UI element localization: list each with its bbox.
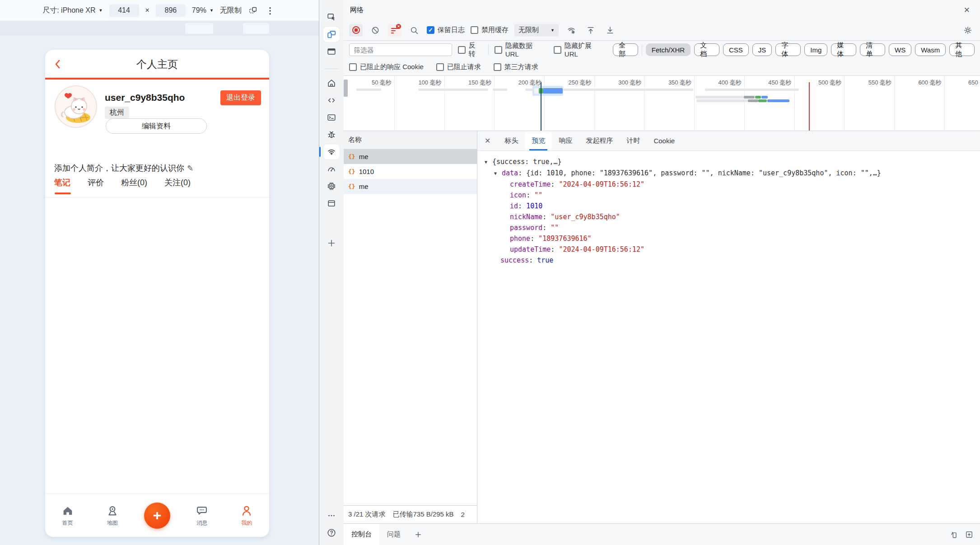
search-icon[interactable] (407, 24, 421, 37)
chip-other[interactable]: 其他 (949, 43, 975, 56)
json-tree-line[interactable]: nickName: "user_c9y8b35qho" (477, 211, 980, 222)
network-conditions-icon[interactable] (565, 24, 578, 37)
device-toolbar-icon[interactable] (323, 27, 340, 42)
inspect-icon[interactable] (323, 9, 340, 25)
json-tree-line[interactable]: createTime: "2024-04-09T16:56:12" (477, 179, 980, 190)
device-height-input[interactable]: 896 (156, 5, 186, 17)
add-post-button[interactable]: + (144, 503, 170, 529)
more-tools-icon[interactable] (323, 508, 340, 523)
detail-tab-timing[interactable]: 计时 (620, 131, 647, 150)
invert-checkbox[interactable]: 反转 (458, 41, 482, 58)
detail-tab-response[interactable]: 响应 (552, 131, 579, 150)
profile-tab-notes[interactable]: 笔记 (54, 177, 70, 194)
export-har-icon[interactable] (603, 24, 617, 37)
close-devtools-icon[interactable]: ✕ (960, 5, 974, 16)
chip-doc[interactable]: 文档 (694, 43, 719, 56)
chip-all[interactable]: 全部 (613, 43, 638, 56)
preserve-log-checkbox[interactable]: ✓ 保留日志 (427, 26, 465, 34)
network-icon[interactable] (323, 144, 340, 160)
help-icon[interactable] (323, 525, 340, 540)
detail-tab-cookies[interactable]: Cookie (647, 131, 681, 150)
chip-js[interactable]: JS (752, 43, 772, 56)
device-width-input[interactable]: 414 (109, 5, 139, 17)
json-tree-line[interactable]: icon: "" (477, 190, 980, 201)
json-tree-line[interactable]: id: 1010 (477, 201, 980, 211)
add-panel-icon[interactable] (323, 235, 340, 251)
device-select[interactable]: 尺寸: iPhone XR ▼ (42, 6, 103, 15)
request-row[interactable]: {}me (344, 179, 477, 194)
chip-fetch-xhr[interactable]: Fetch/XHR (646, 43, 691, 56)
settings-gear-icon[interactable] (961, 24, 975, 37)
edit-profile-button[interactable]: 编辑资料 (106, 118, 207, 134)
drawer-tab-console[interactable]: 控制台 (344, 524, 379, 545)
network-overview-timeline[interactable]: 50 毫秒100 毫秒150 毫秒200 毫秒250 毫秒300 毫秒350 毫… (344, 76, 980, 131)
chip-wasm[interactable]: Wasm (915, 43, 946, 56)
logout-button[interactable]: 退出登录 (220, 90, 261, 105)
performance-icon[interactable] (323, 161, 340, 177)
avatar[interactable] (54, 85, 98, 128)
throttling-select[interactable]: 无限制 (220, 6, 242, 15)
hide-extension-urls-checkbox[interactable]: 隐藏扩展 URL (554, 42, 607, 58)
debug-icon[interactable] (323, 127, 340, 142)
blocked-requests-checkbox[interactable]: 已阻止请求 (436, 63, 481, 71)
chip-media[interactable]: 媒体 (831, 43, 856, 56)
json-segment-key: nickName (510, 213, 542, 221)
chip-img[interactable]: Img (804, 43, 827, 56)
chip-font[interactable]: 字体 (775, 43, 801, 56)
json-tree-line[interactable]: password: "" (477, 222, 980, 233)
nav-home[interactable]: 首页 (45, 494, 90, 537)
json-tree-line[interactable]: ▼data: {id: 1010, phone: "18937639616", … (477, 168, 980, 179)
profile-tab-fans[interactable]: 粉丝(0) (121, 177, 147, 194)
drawer-tab-issues[interactable]: 问题 (379, 524, 408, 545)
third-party-requests-checkbox[interactable]: 第三方请求 (494, 63, 538, 71)
requests-name-header[interactable]: 名称 (344, 131, 477, 149)
json-tree-line[interactable]: updateTime: "2024-04-09T16:56:12" (477, 244, 980, 255)
waterfall-bar (767, 99, 789, 102)
detail-tab-initiator[interactable]: 发起程序 (579, 131, 620, 150)
back-icon[interactable] (51, 58, 64, 70)
divider (642, 44, 642, 55)
nav-me[interactable]: 我的 (224, 494, 269, 537)
chip-ws[interactable]: WS (889, 43, 911, 56)
expand-triangle-icon[interactable]: ▼ (494, 168, 502, 179)
record-button[interactable] (349, 24, 363, 37)
clear-icon[interactable] (369, 24, 382, 37)
filter-input[interactable] (349, 43, 452, 56)
storage-icon[interactable] (323, 196, 340, 211)
rotate-device-icon[interactable] (248, 5, 258, 15)
console-icon[interactable] (323, 110, 340, 125)
chip-manifest[interactable]: 清单 (860, 43, 885, 56)
chip-css[interactable]: CSS (723, 43, 749, 56)
panel-expand-icon[interactable] (965, 530, 974, 539)
drawer-add-tab-icon[interactable] (408, 524, 428, 545)
throttling-dropdown[interactable]: 无限制 ▼ (514, 24, 559, 37)
waterfall-bar (344, 80, 348, 97)
browser-window-icon[interactable] (323, 44, 340, 59)
detail-tab-headers[interactable]: 标头 (498, 131, 525, 150)
cpu-icon[interactable] (323, 179, 340, 194)
nav-add[interactable]: + (135, 494, 179, 537)
import-har-icon[interactable] (584, 24, 597, 37)
more-options-icon[interactable]: ⋮ (264, 5, 276, 16)
profile-tab-reviews[interactable]: 评价 (88, 177, 104, 194)
json-tree-line[interactable]: success: true (477, 255, 980, 266)
detail-tab-preview[interactable]: 预览 (525, 131, 552, 150)
json-tree-line[interactable]: ▼{success: true,…} (477, 156, 980, 168)
sources-icon[interactable] (323, 93, 340, 108)
nav-messages[interactable]: 消息 (180, 494, 224, 537)
nav-map[interactable]: 地图 (90, 494, 135, 537)
zoom-select[interactable]: 79% ▼ (192, 6, 214, 14)
device-posture-icon[interactable] (949, 530, 958, 539)
home-icon[interactable] (323, 75, 340, 91)
close-detail-icon[interactable]: ✕ (477, 131, 498, 150)
filter-toggle-icon[interactable]: ✕ (388, 24, 401, 37)
json-tree-line[interactable]: phone: "18937639616" (477, 233, 980, 244)
blocked-response-cookies-checkbox[interactable]: 已阻止的响应 Cookie (349, 63, 424, 71)
profile-tab-follows[interactable]: 关注(0) (164, 177, 191, 194)
bio-hint[interactable]: 添加个人简介，让大家更好的认识你✎ (54, 163, 193, 174)
request-row[interactable]: {}me (344, 149, 477, 164)
expand-triangle-icon[interactable]: ▼ (485, 157, 492, 168)
hide-data-urls-checkbox[interactable]: 隐藏数据 URL (495, 42, 548, 58)
disable-cache-checkbox[interactable]: 禁用缓存 (471, 26, 509, 34)
request-row[interactable]: {}1010 (344, 164, 477, 179)
